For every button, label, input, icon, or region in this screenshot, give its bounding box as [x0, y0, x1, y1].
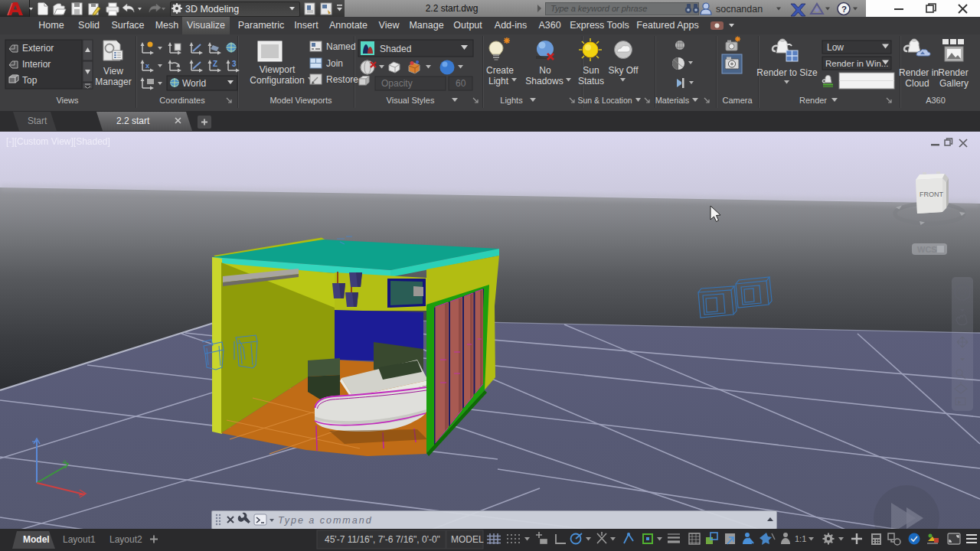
svg-text:Viewport: Viewport	[260, 64, 296, 75]
svg-text:Sun: Sun	[583, 65, 599, 76]
svg-text:Configuration: Configuration	[250, 75, 304, 86]
svg-text:Shadows: Shadows	[525, 76, 563, 86]
svg-text:3D Modeling: 3D Modeling	[185, 4, 239, 15]
svg-text:View: View	[103, 66, 123, 77]
svg-text:?: ?	[841, 5, 847, 14]
svg-text:Render: Render	[799, 96, 827, 105]
svg-text:Manager: Manager	[95, 77, 131, 87]
svg-text:Shaded: Shaded	[380, 44, 411, 54]
svg-text:Interior: Interior	[22, 59, 51, 70]
svg-text:Lights: Lights	[500, 96, 523, 105]
svg-text:Materials: Materials	[655, 96, 690, 105]
svg-text:Join: Join	[326, 58, 343, 69]
svg-text:Exterior: Exterior	[22, 43, 54, 54]
svg-text:Cloud: Cloud	[905, 78, 929, 89]
svg-text:Render: Render	[938, 67, 968, 78]
svg-text:2.2 start: 2.2 start	[116, 116, 150, 126]
svg-text:Z: Z	[213, 60, 217, 68]
svg-text:[-][Custom View][Shaded]: [-][Custom View][Shaded]	[6, 136, 110, 147]
svg-text:Low: Low	[827, 42, 844, 53]
svg-text:Coordinates: Coordinates	[159, 96, 205, 105]
svg-text:Render to Size: Render to Size	[756, 67, 818, 78]
svg-text:x: x	[145, 62, 149, 70]
svg-text:Sun & Location: Sun & Location	[577, 96, 632, 105]
svg-text:socnandan: socnandan	[716, 4, 763, 15]
svg-text:45'-7 11/16", 7'-6 7/16", 0'-0: 45'-7 11/16", 7'-6 7/16", 0'-0"	[325, 534, 440, 545]
svg-text:Layout2: Layout2	[109, 534, 142, 545]
svg-text:Visual Styles: Visual Styles	[387, 96, 435, 105]
svg-text:3: 3	[232, 60, 237, 68]
svg-text:Sky Off: Sky Off	[608, 65, 639, 76]
svg-text:MODEL: MODEL	[451, 534, 484, 545]
svg-text:Restore: Restore	[326, 74, 358, 85]
svg-text:60: 60	[456, 78, 466, 89]
svg-text:FRONT: FRONT	[920, 191, 943, 198]
svg-text:Views: Views	[56, 96, 79, 105]
svg-text:Create: Create	[486, 65, 514, 76]
svg-text:Render in Win...: Render in Win...	[825, 59, 888, 68]
svg-text:Light: Light	[488, 76, 509, 86]
svg-text:Camera: Camera	[722, 96, 753, 105]
svg-text:Named: Named	[326, 41, 356, 52]
svg-text:Model Viewports: Model Viewports	[270, 96, 332, 105]
svg-text:1:1: 1:1	[795, 534, 806, 543]
svg-text:Type a command: Type a command	[278, 515, 373, 526]
svg-text:Gallery: Gallery	[939, 78, 969, 89]
svg-text:Layout1: Layout1	[63, 534, 96, 545]
svg-text:Top: Top	[22, 75, 38, 86]
svg-text:Opacity: Opacity	[381, 78, 413, 89]
svg-text:A360: A360	[926, 96, 946, 105]
svg-text:WCS: WCS	[917, 245, 937, 254]
svg-text:Status: Status	[578, 76, 604, 86]
svg-text:No: No	[539, 65, 551, 76]
svg-text:Render in: Render in	[899, 67, 939, 78]
svg-text:Model: Model	[23, 534, 50, 545]
svg-text:Start: Start	[28, 116, 47, 126]
svg-text:World: World	[182, 78, 206, 89]
